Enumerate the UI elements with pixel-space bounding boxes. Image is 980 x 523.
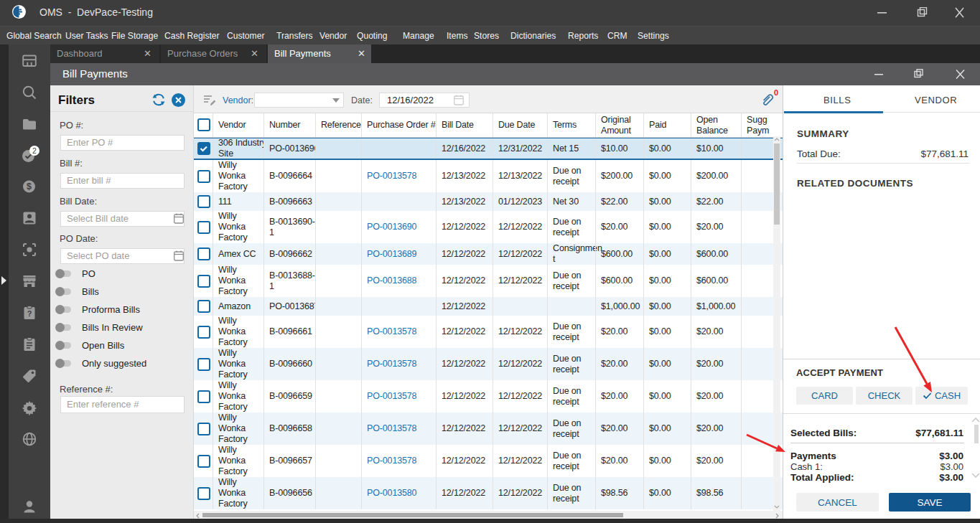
svg-text:2: 2 [32, 146, 37, 155]
svg-text:?: ? [27, 309, 32, 318]
svg-text:$: $ [27, 182, 32, 192]
